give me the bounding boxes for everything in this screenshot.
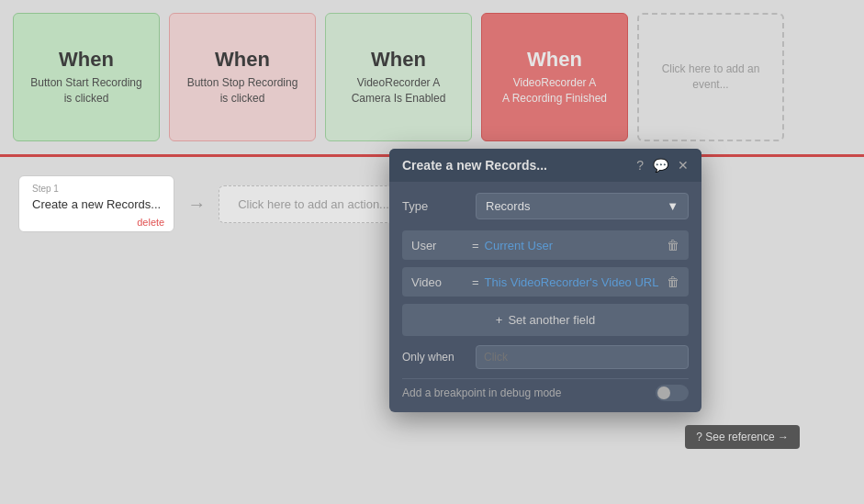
video-field-eq: =	[472, 275, 479, 289]
breakpoint-toggle[interactable]	[656, 385, 689, 401]
user-field-value[interactable]: Current User	[485, 239, 659, 252]
video-field-delete-icon[interactable]: 🗑	[667, 274, 679, 289]
breakpoint-row: Add a breakpoint in debug mode	[402, 378, 689, 401]
chat-icon-button[interactable]: 💬	[653, 158, 668, 173]
video-field-row: Video = This VideoRecorder's Video URL 🗑	[402, 267, 689, 297]
help-icon-button[interactable]: ?	[636, 158, 644, 173]
video-field-name: Video	[411, 275, 466, 289]
only-when-input[interactable]	[476, 345, 689, 369]
step-action[interactable]: Create a new Records...	[32, 197, 161, 211]
close-icon-button[interactable]: ✕	[678, 158, 689, 173]
step-label: Step 1	[32, 184, 161, 194]
type-select[interactable]: Records ▼	[476, 193, 689, 219]
step-box: Step 1 Create a new Records... delete	[18, 175, 174, 232]
breakpoint-text: Add a breakpoint in debug mode	[402, 386, 561, 399]
type-label: Type	[402, 199, 476, 213]
set-another-field-label: Set another field	[508, 313, 595, 327]
step-delete[interactable]: delete	[137, 217, 164, 228]
user-field-row: User = Current User 🗑	[402, 230, 689, 260]
video-field-value[interactable]: This VideoRecorder's Video URL	[485, 275, 659, 289]
breakpoint-toggle-dot	[657, 386, 670, 399]
user-field-delete-icon[interactable]: 🗑	[667, 238, 679, 252]
see-reference-label: ? See reference →	[696, 431, 789, 443]
chevron-down-icon: ▼	[667, 199, 679, 213]
user-field-eq: =	[472, 239, 479, 252]
only-when-row: Only when	[402, 345, 689, 369]
user-field-name: User	[411, 239, 466, 252]
type-select-value: Records	[486, 199, 530, 213]
modal-title: Create a new Records...	[402, 158, 547, 173]
set-another-field-button[interactable]: + Set another field	[402, 304, 689, 336]
create-records-modal: Create a new Records... ? 💬 ✕ Type Recor…	[389, 149, 701, 412]
modal-body: Type Records ▼ User = Current User 🗑 Vid…	[389, 182, 701, 412]
see-reference-tooltip[interactable]: ? See reference →	[685, 425, 800, 449]
type-row: Type Records ▼	[402, 193, 689, 219]
modal-header: Create a new Records... ? 💬 ✕	[389, 149, 701, 182]
plus-icon: +	[496, 313, 503, 327]
modal-header-icons: ? 💬 ✕	[636, 158, 689, 173]
only-when-label: Only when	[402, 351, 466, 364]
